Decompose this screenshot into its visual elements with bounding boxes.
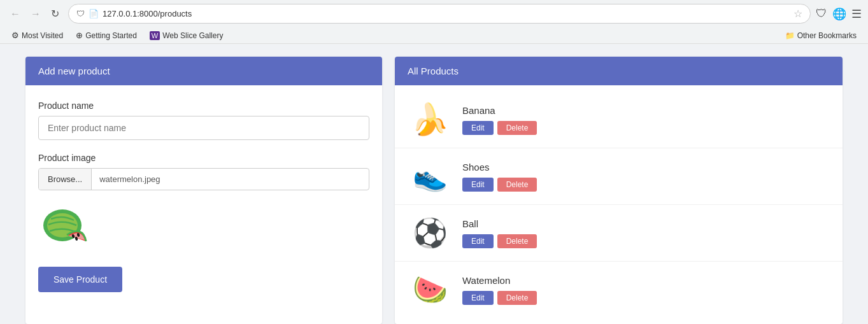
- ball-delete-button[interactable]: Delete: [497, 234, 537, 248]
- web-slice-label: Web Slice Gallery: [162, 31, 223, 40]
- star-icon[interactable]: ☆: [793, 8, 802, 20]
- bookmark-getting-started[interactable]: ⊕ Getting Started: [71, 29, 142, 41]
- product-item-watermelon: 🍉 Watemelon Edit Delete: [395, 262, 843, 318]
- product-name-label: Product name: [38, 101, 369, 111]
- page-content: Add new product Product name Product ima…: [0, 44, 868, 324]
- back-button[interactable]: ←: [6, 6, 24, 22]
- shoes-icon: 👟: [413, 160, 448, 193]
- product-name-input[interactable]: [38, 116, 369, 140]
- product-image-label: Product image: [38, 153, 369, 163]
- browser-chrome: ← → ↻ 🛡 📄 127.0.0.1:8000/products ☆ 🛡 🌐 …: [0, 0, 868, 44]
- file-input-wrapper: Browse... watermelon.jpeg: [38, 168, 369, 190]
- image-preview: [38, 203, 369, 254]
- web-slice-icon: W: [150, 31, 160, 40]
- product-item-shoes: 👟 Shoes Edit Delete: [395, 148, 843, 205]
- banana-actions: Edit Delete: [462, 121, 537, 135]
- shield-toolbar-icon[interactable]: 🛡: [816, 7, 827, 20]
- watermelon-icon: 🍉: [413, 273, 448, 306]
- watermelon-preview-image: [38, 203, 96, 254]
- file-name-display: watermelon.jpeg: [92, 169, 167, 190]
- most-visited-icon: ⚙: [11, 31, 19, 40]
- banana-icon: 🍌: [411, 102, 449, 137]
- folder-icon: 📁: [785, 31, 795, 40]
- product-image-group: Product image Browse... watermelon.jpeg: [38, 153, 369, 190]
- banana-name: Banana: [462, 105, 537, 116]
- product-list: 🍌 Banana Edit Delete 👟 Shoes: [395, 85, 843, 324]
- banana-info: Banana Edit Delete: [462, 105, 537, 135]
- product-item-ball: ⚽ Ball Edit Delete: [395, 205, 843, 262]
- add-product-header: Add new product: [25, 57, 382, 85]
- ball-icon: ⚽: [413, 216, 448, 250]
- watermelon-edit-button[interactable]: Edit: [462, 291, 494, 305]
- banana-delete-button[interactable]: Delete: [497, 121, 537, 135]
- getting-started-label: Getting Started: [85, 31, 137, 40]
- product-name-group: Product name: [38, 101, 369, 140]
- bookmarks-bar: ⚙ Most Visited ⊕ Getting Started W Web S…: [0, 27, 868, 44]
- save-product-button[interactable]: Save Product: [38, 267, 122, 292]
- shoes-edit-button[interactable]: Edit: [462, 178, 494, 192]
- watermelon-thumbnail: 🍉: [408, 271, 452, 309]
- browse-button[interactable]: Browse...: [39, 169, 92, 190]
- other-bookmarks[interactable]: 📁 Other Bookmarks: [780, 30, 862, 41]
- product-item-banana: 🍌 Banana Edit Delete: [395, 92, 843, 148]
- ball-thumbnail: ⚽: [408, 214, 452, 252]
- address-bar[interactable]: 🛡 📄 127.0.0.1:8000/products ☆: [68, 4, 811, 24]
- all-products-header: All Products: [395, 57, 843, 85]
- shoes-info: Shoes Edit Delete: [462, 162, 537, 192]
- shoes-thumbnail: 👟: [408, 157, 452, 195]
- watermelon-actions: Edit Delete: [462, 291, 537, 305]
- watermelon-delete-button[interactable]: Delete: [497, 291, 537, 305]
- all-products-panel: All Products 🍌 Banana Edit Delete: [395, 57, 843, 324]
- add-product-body: Product name Product image Browse... wat…: [25, 85, 382, 307]
- all-products-title: All Products: [408, 66, 459, 76]
- add-product-title: Add new product: [38, 66, 110, 76]
- shoes-name: Shoes: [462, 162, 537, 173]
- shield-icon: 🛡: [76, 9, 85, 18]
- ball-actions: Edit Delete: [462, 234, 537, 248]
- bookmark-most-visited[interactable]: ⚙ Most Visited: [6, 29, 68, 41]
- ball-edit-button[interactable]: Edit: [462, 234, 494, 248]
- getting-started-icon: ⊕: [76, 31, 83, 40]
- watermelon-info: Watemelon Edit Delete: [462, 275, 537, 305]
- ball-info: Ball Edit Delete: [462, 218, 537, 248]
- browser-icons-right: 🛡 🌐 ☰: [816, 7, 862, 21]
- url-text: 127.0.0.1:8000/products: [103, 9, 790, 18]
- browser-toolbar: ← → ↻ 🛡 📄 127.0.0.1:8000/products ☆ 🛡 🌐 …: [0, 0, 868, 27]
- forward-button[interactable]: →: [27, 6, 45, 22]
- nav-buttons: ← → ↻: [6, 5, 63, 22]
- shoes-delete-button[interactable]: Delete: [497, 178, 537, 192]
- add-product-panel: Add new product Product name Product ima…: [25, 57, 382, 324]
- ball-name: Ball: [462, 218, 537, 229]
- other-bookmarks-label: Other Bookmarks: [797, 31, 857, 40]
- page-icon: 📄: [89, 9, 99, 18]
- bookmark-web-slice-gallery[interactable]: W Web Slice Gallery: [145, 30, 229, 41]
- most-visited-label: Most Visited: [22, 31, 63, 40]
- watermelon-name: Watemelon: [462, 275, 537, 286]
- refresh-button[interactable]: ↻: [47, 5, 63, 22]
- banana-thumbnail: 🍌: [408, 101, 452, 139]
- banana-edit-button[interactable]: Edit: [462, 121, 494, 135]
- address-bar-container: 🛡 📄 127.0.0.1:8000/products ☆: [68, 4, 811, 24]
- profile-icon[interactable]: 🌐: [832, 7, 846, 21]
- menu-icon[interactable]: ☰: [851, 7, 862, 21]
- shoes-actions: Edit Delete: [462, 178, 537, 192]
